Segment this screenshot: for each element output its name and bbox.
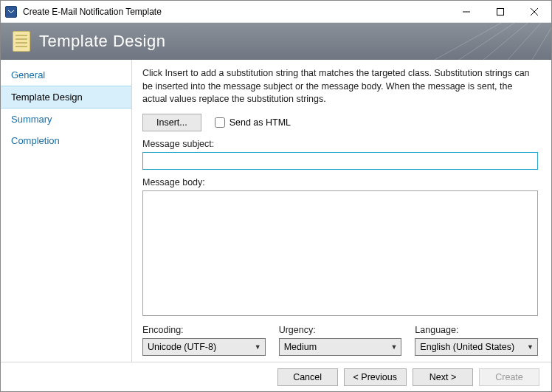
svg-line-8	[448, 23, 551, 60]
subject-label: Message subject:	[142, 139, 538, 149]
template-icon	[13, 31, 30, 52]
send-as-html-checkbox[interactable]: Send as HTML	[215, 117, 291, 128]
svg-line-5	[315, 23, 551, 60]
maximize-button[interactable]	[483, 1, 517, 23]
message-body-input[interactable]	[142, 190, 538, 317]
close-button[interactable]	[517, 1, 551, 23]
window-title: Create E-Mail Notification Template	[23, 7, 449, 17]
banner-heading: Template Design	[39, 32, 165, 51]
urgency-group: Urgency: Medium ▼	[279, 325, 402, 356]
minimize-button[interactable]	[449, 1, 483, 23]
sidebar-item-general[interactable]: General	[1, 64, 131, 86]
svg-rect-2	[497, 8, 504, 15]
svg-line-6	[359, 23, 551, 60]
app-icon	[5, 6, 17, 18]
encoding-select[interactable]: Unicode (UTF-8)	[142, 338, 266, 356]
titlebar: Create E-Mail Notification Template	[1, 1, 551, 23]
encoding-label: Encoding:	[142, 325, 266, 335]
wizard-content: Click Insert to add a substitution strin…	[132, 60, 551, 362]
language-group: Language: English (United States) ▼	[415, 325, 538, 356]
wizard-steps-sidebar: General Template Design Summary Completi…	[1, 60, 132, 362]
create-button: Create	[479, 368, 539, 386]
banner-decor	[315, 23, 551, 60]
language-label: Language:	[415, 325, 538, 335]
options-row: Encoding: Unicode (UTF-8) ▼ Urgency: Med…	[142, 325, 538, 356]
send-as-html-input[interactable]	[215, 117, 225, 128]
previous-button[interactable]: < Previous	[344, 368, 407, 386]
wizard-body: General Template Design Summary Completi…	[1, 60, 551, 362]
window-buttons	[449, 1, 551, 23]
urgency-select[interactable]: Medium	[279, 338, 402, 356]
body-label: Message body:	[142, 177, 538, 188]
svg-rect-0	[7, 8, 15, 16]
language-select[interactable]: English (United States)	[415, 338, 538, 356]
sidebar-item-template-design[interactable]: Template Design	[1, 86, 131, 109]
cancel-button[interactable]: Cancel	[277, 368, 338, 386]
svg-line-7	[404, 23, 551, 60]
sidebar-item-summary[interactable]: Summary	[1, 109, 131, 130]
insert-button[interactable]: Insert...	[142, 114, 201, 131]
urgency-label: Urgency:	[279, 325, 402, 335]
subject-controls-row: Insert... Send as HTML	[142, 114, 538, 131]
wizard-banner: Template Design	[1, 23, 551, 60]
svg-line-10	[537, 23, 551, 60]
svg-line-9	[492, 23, 551, 60]
wizard-footer: Cancel < Previous Next > Create	[1, 362, 551, 391]
send-as-html-label: Send as HTML	[230, 117, 291, 128]
encoding-group: Encoding: Unicode (UTF-8) ▼	[142, 325, 266, 356]
intro-text: Click Insert to add a substitution strin…	[142, 67, 538, 106]
sidebar-item-completion[interactable]: Completion	[1, 130, 131, 151]
next-button[interactable]: Next >	[413, 368, 473, 386]
message-subject-input[interactable]	[142, 152, 538, 170]
